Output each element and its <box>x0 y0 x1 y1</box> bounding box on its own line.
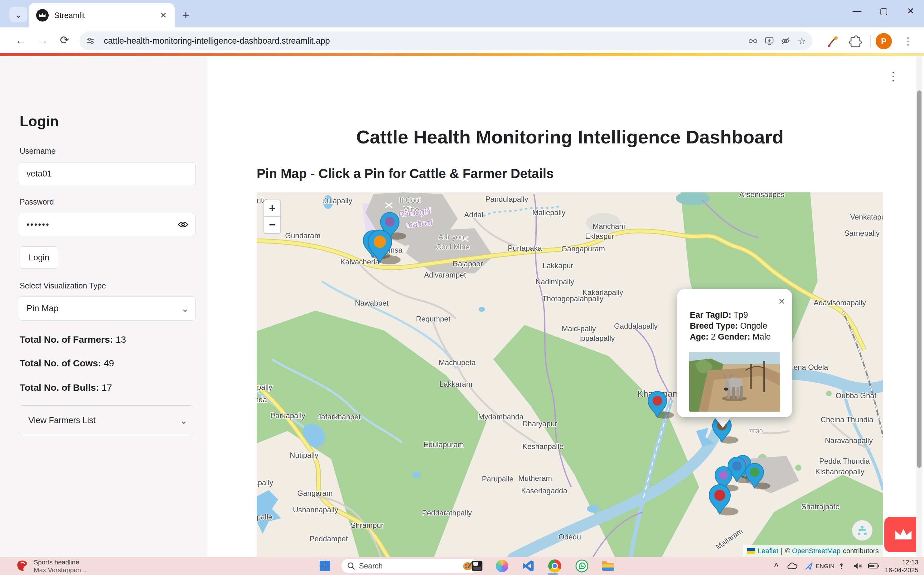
map-label: Keshanpalle <box>522 442 564 451</box>
map-label: Parupalle <box>482 475 513 483</box>
copilot-icon[interactable] <box>495 559 510 573</box>
location-arrow-icon[interactable] <box>801 559 817 573</box>
password-label: Password <box>20 197 54 206</box>
leaflet-link[interactable]: Leaflet <box>758 547 778 555</box>
clock[interactable]: 12:1316-04-2025 <box>885 558 918 574</box>
map-label: Adavisomapally <box>814 299 866 307</box>
cloud-icon[interactable] <box>784 559 801 573</box>
map-label: Adr yon <box>438 233 464 241</box>
scrollbar-thumb[interactable] <box>917 91 921 468</box>
news-widget[interactable]: Sports headline Max Verstappen... <box>16 558 86 574</box>
map-label: Pandulapally <box>485 195 528 203</box>
tray-expand-caret[interactable]: ^ <box>768 559 784 573</box>
streamlit-favicon-icon <box>36 9 49 22</box>
window-controls: — ▢ ✕ <box>843 0 924 22</box>
taskbar-search[interactable]: Search <box>341 559 478 573</box>
map-label: Purtapaka <box>508 244 542 252</box>
map-label: Odedu <box>559 532 581 541</box>
network-icon[interactable] <box>833 559 849 573</box>
username-value: veta01 <box>27 169 52 179</box>
map-label: spalle <box>257 513 272 521</box>
whatsapp-icon[interactable] <box>575 559 589 573</box>
map-label: Cool Mine <box>436 243 470 251</box>
url-text: cattle-health-monitoring-intelligence-da… <box>104 36 330 46</box>
username-field[interactable]: veta01 <box>18 162 195 185</box>
tab-close-icon[interactable]: ✕ <box>157 8 170 22</box>
map-label: Gundaram <box>285 231 320 240</box>
language-indicator[interactable]: ENGIN <box>817 559 833 573</box>
password-visibility-eye-icon[interactable] <box>178 221 188 229</box>
screen: ⌄ Streamlit ✕ + — ▢ ✕ ← → ⟳ cattle-healt… <box>0 0 924 575</box>
map-label: Peddarathpally <box>422 508 472 517</box>
bookmark-star-icon[interactable]: ☆ <box>794 33 810 49</box>
forest-area <box>257 311 486 557</box>
install-app-icon[interactable] <box>761 33 778 49</box>
popup-close-icon[interactable]: ✕ <box>778 297 785 307</box>
cattle-popup[interactable]: ✕ Ear TagID: Tp9 Breed Type: Ongole Age:… <box>677 289 792 417</box>
brush-extension-icon[interactable] <box>826 34 841 49</box>
minimize-button[interactable]: — <box>843 0 870 22</box>
map-label: Sarnepally <box>844 229 880 237</box>
map-label: Kaseriagadda <box>521 486 568 495</box>
reading-mode-icon[interactable] <box>745 33 761 49</box>
zoom-in-button[interactable]: + <box>264 200 280 217</box>
dark-app-icon[interactable] <box>470 559 484 573</box>
back-button[interactable]: ← <box>12 31 30 49</box>
map-label: Manchani <box>592 222 625 230</box>
stat-cows: Total No. of Cows: 49 <box>20 358 114 369</box>
map-label: Lakkapur <box>543 261 573 270</box>
map-label: Pedda Thundia <box>819 457 870 465</box>
browser-tab[interactable]: Streamlit ✕ <box>29 3 175 27</box>
zoom-out-button[interactable]: − <box>264 217 280 233</box>
browser-menu-kebab-icon[interactable]: ⋮ <box>900 33 916 49</box>
chevron-down-icon: ⌄ <box>14 9 22 20</box>
password-value: •••••• <box>27 220 50 229</box>
map-zoom-control: + − <box>264 200 281 234</box>
view-farmers-list-expander[interactable]: View Farmers List ⌄ <box>18 405 194 435</box>
reload-button[interactable]: ⟳ <box>56 31 74 49</box>
profile-avatar[interactable]: P <box>876 33 892 49</box>
map-label: Adivarampet <box>424 271 466 279</box>
close-button[interactable]: ✕ <box>897 0 924 22</box>
maximize-button[interactable]: ▢ <box>870 0 897 22</box>
eye-hidden-icon[interactable] <box>778 33 794 49</box>
news-widget-icon <box>16 559 30 573</box>
map-label: Rajapoor <box>452 259 483 268</box>
forward-button[interactable]: → <box>34 31 52 49</box>
battery-icon[interactable] <box>866 559 882 573</box>
map-label: Nawabpet <box>355 299 389 307</box>
search-icon <box>347 562 355 570</box>
ukraine-flag-icon <box>747 548 755 554</box>
map-label: Nutipally <box>290 451 318 459</box>
app-creator-avatar[interactable] <box>852 520 873 541</box>
start-button[interactable] <box>318 559 332 573</box>
map-label: Requmpet <box>416 315 451 323</box>
chevron-down-icon: ⌄ <box>180 415 188 426</box>
app-menu-kebab-icon[interactable]: ⋮ <box>887 69 899 83</box>
tab-search-button[interactable]: ⌄ <box>10 7 27 22</box>
map-label: Arsenisappes <box>739 192 784 199</box>
extensions-icon[interactable] <box>848 34 862 49</box>
password-field[interactable]: •••••• <box>18 213 195 236</box>
osm-link[interactable]: OpenStreetMap <box>792 547 840 555</box>
stat-farmers: Total No. of Farmers: 13 <box>20 334 126 345</box>
url-bar[interactable]: cattle-health-monitoring-intelligence-da… <box>79 32 812 50</box>
vscode-icon[interactable] <box>521 559 536 573</box>
widget-line1: Sports headline <box>34 558 86 566</box>
map-label: Thotagopalahpally <box>542 294 603 303</box>
map-label: Julapally <box>323 197 352 205</box>
map-label: Venkatapu <box>850 213 883 221</box>
new-tab-button[interactable]: + <box>178 8 193 22</box>
login-button[interactable]: Login <box>20 246 58 269</box>
widget-line2: Max Verstappen... <box>34 566 86 574</box>
login-heading: Login <box>20 113 59 130</box>
viz-type-select[interactable]: Pin Map ⌄ <box>18 296 195 321</box>
map-label: lapally <box>257 478 273 487</box>
chrome-icon[interactable] <box>547 559 562 573</box>
volume-muted-icon[interactable] <box>849 559 866 573</box>
file-explorer-icon[interactable] <box>601 559 616 573</box>
map-label: Maid-pally <box>562 324 595 333</box>
map-label: Kishanraopally <box>815 467 864 476</box>
site-settings-icon[interactable] <box>83 33 99 49</box>
popup-text: Ear TagID: Tp9 Breed Type: Ongole Age: 2… <box>690 310 771 342</box>
